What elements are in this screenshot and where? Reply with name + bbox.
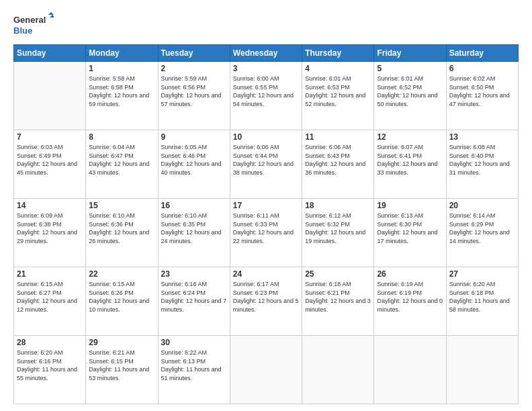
day-number: 8 [89,132,154,142]
day-info: Sunrise: 6:05 AMSunset: 6:46 PMDaylight:… [161,143,227,177]
calendar-cell: 7 Sunrise: 6:03 AMSunset: 6:49 PMDayligh… [14,130,86,199]
day-number: 21 [17,269,83,279]
day-number: 28 [17,338,83,347]
day-info: Sunrise: 6:14 AMSunset: 6:29 PMDaylight:… [449,212,515,245]
logo-svg: General Blue [13,12,54,38]
week-row-1: 1 Sunrise: 5:58 AMSunset: 6:58 PMDayligh… [14,62,519,130]
day-number: 27 [449,269,515,279]
day-info: Sunrise: 6:10 AMSunset: 6:36 PMDaylight:… [89,212,154,245]
day-info: Sunrise: 6:02 AMSunset: 6:50 PMDaylight:… [449,75,515,108]
day-number: 20 [449,201,515,210]
calendar-cell: 5 Sunrise: 6:01 AMSunset: 6:52 PMDayligh… [374,62,446,130]
calendar-table: SundayMondayTuesdayWednesdayThursdayFrid… [13,44,519,404]
calendar-cell: 21 Sunrise: 6:15 AMSunset: 6:27 PMDaylig… [14,267,86,336]
page: General Blue SundayMondayTuesdayWednesda… [0,0,532,411]
day-info: Sunrise: 6:18 AMSunset: 6:21 PMDaylight:… [305,280,371,314]
calendar-cell: 8 Sunrise: 6:04 AMSunset: 6:47 PMDayligh… [86,130,158,199]
day-info: Sunrise: 6:10 AMSunset: 6:35 PMDaylight:… [161,212,227,245]
weekday-header-wednesday: Wednesday [230,45,302,62]
day-number: 4 [305,64,371,73]
calendar-cell: 14 Sunrise: 6:09 AMSunset: 6:38 PMDaylig… [14,199,86,267]
calendar-cell: 20 Sunrise: 6:14 AMSunset: 6:29 PMDaylig… [446,199,518,267]
day-number: 5 [377,64,443,73]
calendar-cell: 12 Sunrise: 6:07 AMSunset: 6:41 PMDaylig… [374,130,446,199]
day-number: 17 [233,201,299,210]
calendar-cell: 13 Sunrise: 6:08 AMSunset: 6:40 PMDaylig… [446,130,518,199]
calendar-cell: 18 Sunrise: 6:12 AMSunset: 6:32 PMDaylig… [302,199,374,267]
day-info: Sunrise: 6:12 AMSunset: 6:32 PMDaylight:… [305,212,371,245]
day-info: Sunrise: 6:06 AMSunset: 6:44 PMDaylight:… [233,143,299,177]
weekday-header-saturday: Saturday [446,45,518,62]
calendar-cell [14,62,86,130]
calendar-cell [374,336,446,404]
week-row-4: 21 Sunrise: 6:15 AMSunset: 6:27 PMDaylig… [14,267,519,336]
weekday-header-tuesday: Tuesday [158,45,230,62]
calendar-cell [446,336,518,404]
day-number: 12 [377,132,443,142]
svg-marker-2 [48,12,54,15]
calendar-cell: 17 Sunrise: 6:11 AMSunset: 6:33 PMDaylig… [230,199,302,267]
week-row-2: 7 Sunrise: 6:03 AMSunset: 6:49 PMDayligh… [14,130,519,199]
day-number: 30 [161,338,227,347]
svg-marker-3 [50,15,54,17]
calendar-cell: 15 Sunrise: 6:10 AMSunset: 6:36 PMDaylig… [86,199,158,267]
calendar-cell: 4 Sunrise: 6:01 AMSunset: 6:53 PMDayligh… [302,62,374,130]
calendar-cell: 29 Sunrise: 6:21 AMSunset: 6:15 PMDaylig… [86,336,158,404]
day-number: 19 [377,201,443,210]
day-number: 16 [161,201,227,210]
day-number: 11 [305,132,371,142]
day-number: 18 [305,201,371,210]
calendar-cell: 23 Sunrise: 6:16 AMSunset: 6:24 PMDaylig… [158,267,230,336]
weekday-header-friday: Friday [374,45,446,62]
day-info: Sunrise: 6:00 AMSunset: 6:55 PMDaylight:… [233,75,299,108]
day-number: 13 [449,132,515,142]
calendar-cell: 22 Sunrise: 6:15 AMSunset: 6:26 PMDaylig… [86,267,158,336]
day-number: 14 [17,201,83,210]
day-number: 7 [17,132,83,142]
day-info: Sunrise: 6:16 AMSunset: 6:24 PMDaylight:… [161,280,227,314]
calendar-cell: 10 Sunrise: 6:06 AMSunset: 6:44 PMDaylig… [230,130,302,199]
day-info: Sunrise: 5:59 AMSunset: 6:56 PMDaylight:… [161,75,227,108]
day-number: 3 [233,64,299,73]
calendar-cell: 19 Sunrise: 6:13 AMSunset: 6:30 PMDaylig… [374,199,446,267]
week-row-3: 14 Sunrise: 6:09 AMSunset: 6:38 PMDaylig… [14,199,519,267]
day-info: Sunrise: 6:13 AMSunset: 6:30 PMDaylight:… [377,212,443,245]
day-info: Sunrise: 6:01 AMSunset: 6:53 PMDaylight:… [305,75,371,108]
calendar-cell: 6 Sunrise: 6:02 AMSunset: 6:50 PMDayligh… [446,62,518,130]
header: General Blue [13,12,519,38]
logo: General Blue [13,12,54,38]
calendar-cell: 16 Sunrise: 6:10 AMSunset: 6:35 PMDaylig… [158,199,230,267]
calendar-cell [302,336,374,404]
calendar-cell: 25 Sunrise: 6:18 AMSunset: 6:21 PMDaylig… [302,267,374,336]
day-number: 2 [161,64,227,73]
day-number: 9 [161,132,227,142]
day-info: Sunrise: 6:15 AMSunset: 6:27 PMDaylight:… [17,280,83,314]
day-number: 1 [89,64,154,73]
day-info: Sunrise: 6:21 AMSunset: 6:15 PMDaylight:… [89,349,154,382]
day-info: Sunrise: 6:07 AMSunset: 6:41 PMDaylight:… [377,143,443,177]
day-info: Sunrise: 6:06 AMSunset: 6:43 PMDaylight:… [305,143,371,177]
day-info: Sunrise: 5:58 AMSunset: 6:58 PMDaylight:… [89,75,154,108]
calendar-cell: 26 Sunrise: 6:19 AMSunset: 6:19 PMDaylig… [374,267,446,336]
day-info: Sunrise: 6:20 AMSunset: 6:16 PMDaylight:… [17,349,83,382]
weekday-header-monday: Monday [86,45,158,62]
calendar-cell: 27 Sunrise: 6:20 AMSunset: 6:18 PMDaylig… [446,267,518,336]
day-number: 23 [161,269,227,279]
calendar-cell: 30 Sunrise: 6:22 AMSunset: 6:13 PMDaylig… [158,336,230,404]
calendar-cell: 9 Sunrise: 6:05 AMSunset: 6:46 PMDayligh… [158,130,230,199]
day-info: Sunrise: 6:04 AMSunset: 6:47 PMDaylight:… [89,143,154,177]
calendar-cell: 28 Sunrise: 6:20 AMSunset: 6:16 PMDaylig… [14,336,86,404]
weekday-header-row: SundayMondayTuesdayWednesdayThursdayFrid… [14,45,519,62]
day-info: Sunrise: 6:17 AMSunset: 6:23 PMDaylight:… [233,280,299,314]
day-info: Sunrise: 6:19 AMSunset: 6:19 PMDaylight:… [377,280,443,314]
calendar-cell: 24 Sunrise: 6:17 AMSunset: 6:23 PMDaylig… [230,267,302,336]
calendar-cell: 3 Sunrise: 6:00 AMSunset: 6:55 PMDayligh… [230,62,302,130]
day-number: 15 [89,201,154,210]
day-info: Sunrise: 6:20 AMSunset: 6:18 PMDaylight:… [449,280,515,314]
day-number: 6 [449,64,515,73]
day-info: Sunrise: 6:22 AMSunset: 6:13 PMDaylight:… [161,349,227,382]
weekday-header-thursday: Thursday [302,45,374,62]
weekday-header-sunday: Sunday [14,45,86,62]
week-row-5: 28 Sunrise: 6:20 AMSunset: 6:16 PMDaylig… [14,336,519,404]
day-info: Sunrise: 6:11 AMSunset: 6:33 PMDaylight:… [233,212,299,245]
